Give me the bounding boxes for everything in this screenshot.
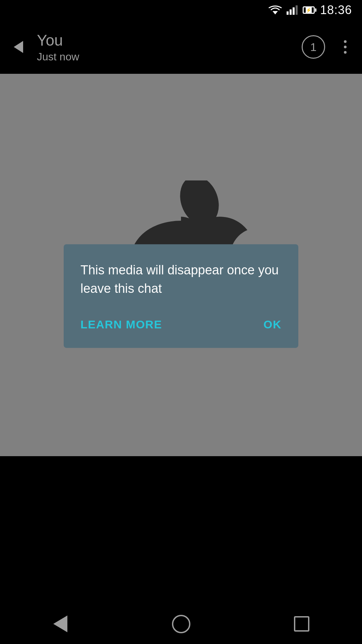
learn-more-button[interactable]: LEARN MORE [80, 315, 162, 334]
ok-button[interactable]: OK [263, 315, 282, 334]
contact-info: You Just now [37, 31, 295, 63]
svg-rect-1 [287, 11, 289, 15]
battery-icon: ⚡ [303, 6, 315, 14]
nav-back-button[interactable] [47, 610, 74, 637]
dot-icon [344, 40, 347, 43]
dialog: This media will disappear once you leave… [64, 244, 298, 348]
wifi-icon [268, 5, 282, 15]
nav-recents-button[interactable] [288, 610, 315, 637]
top-bar: You Just now 1 [0, 20, 362, 74]
status-time: 18:36 [320, 3, 352, 17]
dialog-message: This media will disappear once you leave… [80, 261, 282, 298]
dialog-overlay: This media will disappear once you leave… [0, 74, 362, 456]
contact-time: Just now [37, 51, 295, 63]
back-arrow-icon [14, 41, 23, 53]
svg-rect-3 [293, 7, 295, 15]
badge-button[interactable]: 1 [302, 35, 325, 59]
nav-recents-icon [294, 616, 309, 632]
badge-number: 1 [310, 41, 317, 54]
dot-icon [344, 51, 347, 54]
dot-icon [344, 46, 347, 48]
nav-home-icon [172, 615, 190, 633]
top-bar-actions: 1 [302, 35, 355, 59]
svg-rect-2 [290, 9, 292, 15]
status-bar: ⚡ 18:36 [0, 0, 362, 20]
svg-marker-0 [273, 11, 278, 14]
dialog-actions: LEARN MORE OK [80, 315, 282, 334]
main-content: SMARTIMFO This media will disappear once… [0, 74, 362, 456]
status-icons: ⚡ [268, 5, 315, 15]
bottom-bar [0, 456, 362, 510]
contact-name: You [37, 31, 295, 49]
nav-home-button[interactable] [168, 610, 194, 637]
signal-icon [287, 5, 298, 15]
back-button[interactable] [7, 35, 30, 59]
more-options-button[interactable] [335, 35, 355, 59]
nav-bar [0, 604, 362, 644]
nav-back-icon [53, 615, 67, 632]
svg-rect-4 [296, 5, 298, 15]
